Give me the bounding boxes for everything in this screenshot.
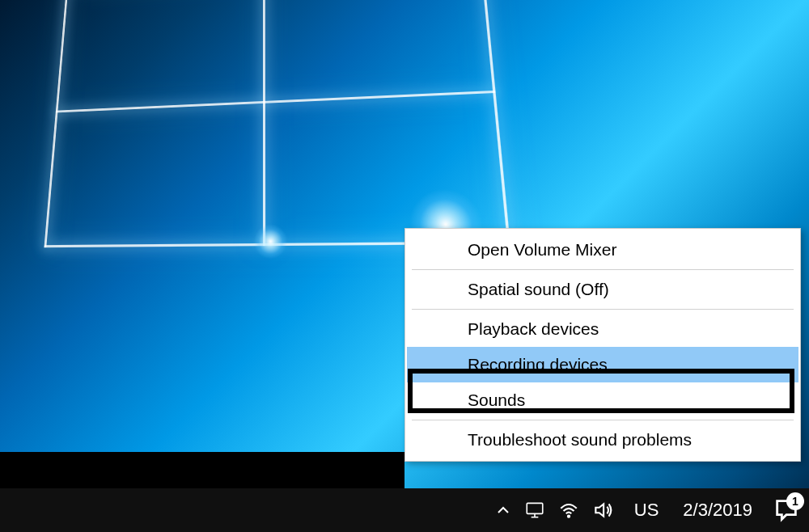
menu-item-playback-devices[interactable]: Playback devices — [407, 311, 798, 347]
language-indicator[interactable]: US — [620, 500, 674, 521]
taskbar-date[interactable]: 2/3/2019 — [673, 500, 762, 521]
svg-rect-0 — [527, 503, 543, 513]
menu-item-label: Sounds — [468, 391, 525, 409]
date-text: 2/3/2019 — [683, 500, 752, 520]
menu-item-label: Spatial sound (Off) — [468, 280, 609, 298]
menu-separator — [412, 269, 794, 270]
menu-item-sounds[interactable]: Sounds — [407, 382, 798, 418]
menu-separator — [412, 309, 794, 310]
wallpaper-windows-logo — [44, 0, 510, 247]
menu-item-open-volume-mixer[interactable]: Open Volume Mixer — [407, 232, 798, 268]
show-hidden-icons-button[interactable] — [493, 500, 513, 520]
menu-item-spatial-sound[interactable]: Spatial sound (Off) — [407, 272, 798, 307]
tray-volume-button[interactable] — [589, 496, 616, 524]
taskbar-background-extension — [0, 452, 404, 488]
menu-item-label: Open Volume Mixer — [468, 240, 616, 259]
menu-item-recording-devices[interactable]: Recording devices — [407, 347, 798, 382]
language-text: US — [634, 500, 659, 520]
notification-count-badge: 1 — [786, 492, 804, 510]
menu-item-label: Playback devices — [468, 319, 599, 338]
menu-separator — [412, 420, 794, 420]
menu-item-troubleshoot-sound[interactable]: Troubleshoot sound problems — [407, 422, 798, 458]
tray-wifi-button[interactable] — [555, 496, 582, 524]
menu-item-label: Recording devices — [468, 355, 608, 374]
wifi-icon — [558, 500, 579, 521]
sound-context-menu: Open Volume Mixer Spatial sound (Off) Pl… — [404, 228, 801, 462]
svg-marker-4 — [595, 504, 604, 516]
svg-point-3 — [568, 516, 570, 517]
network-icon — [524, 500, 545, 521]
action-center-button[interactable]: 1 — [770, 494, 803, 526]
taskbar: US 2/3/2019 1 — [0, 488, 809, 532]
menu-item-label: Troubleshoot sound problems — [468, 430, 692, 449]
tray-network-button[interactable] — [521, 496, 549, 524]
speaker-icon — [592, 500, 613, 521]
chevron-up-icon — [493, 500, 513, 520]
